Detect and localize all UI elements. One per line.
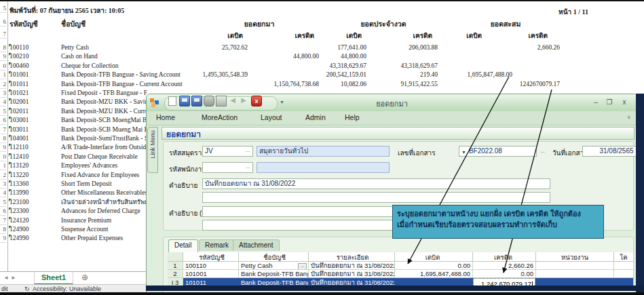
excel-row-number: 5: [0, 107, 6, 116]
description-field-2[interactable]: [202, 192, 550, 203]
tab-attachment[interactable]: Attachment: [233, 239, 280, 251]
annotation-note-line1: ระบุยอดยกมาตามหน้างบ แยกฝั่ง เดรบิต เครด…: [397, 208, 599, 219]
grid-cell-department[interactable]: [536, 262, 614, 270]
annotation-note: ระบุยอดยกมาตามหน้างบ แยกฝั่ง เดรบิต เครด…: [392, 205, 604, 239]
grid-cell-department[interactable]: [536, 270, 614, 278]
account-name-cell: Short Term Deposit: [61, 180, 112, 189]
window-bottom-band: [146, 286, 644, 291]
subheader-debit: เดบิต: [434, 31, 482, 41]
print-date-header: พิมพ์วันที่: 07 กันยายน 2565 เวลา: 10:05: [10, 5, 124, 16]
grid-cell-credit[interactable]: 2,660.26: [473, 262, 536, 270]
grid-row[interactable]: 2 101001 Bank Deposit-TFB Bangsue ... บั…: [168, 270, 633, 278]
prev-sheet-icon[interactable]: ◄: [3, 275, 9, 281]
excel-row-number: 8: [0, 225, 6, 234]
account-name-cell: Petty Cash: [61, 43, 89, 52]
account-name-cell: Other Prepaid Expenses: [61, 234, 123, 243]
cell-ellipsis-button[interactable]: ...: [298, 263, 307, 270]
account-code-cell: 102011: [10, 107, 29, 116]
grid-header-debit[interactable]: เดบิต: [395, 252, 473, 262]
close-button[interactable]: x: [618, 97, 630, 107]
grid-header-department[interactable]: หน่วยงาน: [536, 252, 614, 262]
grid-row-selector[interactable]: 2: [168, 270, 183, 278]
account-code-cell: 101021: [10, 89, 29, 98]
account-name-cell: Employees' Advances: [61, 161, 117, 170]
grid-header-account-name[interactable]: ชื่อบัญชี: [239, 252, 309, 262]
minimize-button[interactable]: –: [590, 97, 602, 107]
grid-row-selector[interactable]: 1: [168, 262, 183, 270]
link-menu-tab[interactable]: Link Menu: [147, 127, 158, 173]
grid-cell-debit[interactable]: 1,695,847,488.00: [395, 270, 473, 278]
subheader-debit: เดบิต: [195, 31, 243, 41]
document-no-lookup-button[interactable]: ...: [538, 146, 548, 157]
grid-corner: [168, 252, 183, 262]
dropdown-icon[interactable]: ▼: [461, 148, 466, 157]
menu-layout[interactable]: Layout: [261, 113, 282, 121]
excel-row-number: 8: [0, 134, 6, 143]
sheet-tab-bar: ◄ ► Sheet1 ⊕: [0, 271, 146, 285]
description-field[interactable]: บันทึกยอดยกมา ณ 31/08/2022: [202, 178, 550, 189]
grid-cell-credit[interactable]: 0.00: [473, 270, 536, 278]
grid-cell-clipped[interactable]: [614, 262, 633, 270]
excel-row-number: 2: [0, 171, 6, 180]
maximize-button[interactable]: ❐: [603, 97, 615, 107]
journal-name-field: สมุดรายวันทั่วไป: [257, 146, 390, 157]
journal-lookup-button[interactable]: ...: [244, 147, 252, 155]
window-title: ยอดยกมา: [147, 98, 637, 110]
grid-header-description[interactable]: รายละเอียด: [309, 252, 395, 262]
window-right-strip: [636, 94, 644, 292]
account-code-cell: 103011: [10, 125, 29, 134]
grid-header-clipped[interactable]: โค: [614, 252, 633, 262]
add-sheet-icon[interactable]: ⊕: [81, 273, 88, 282]
excel-row-number: 9: [0, 234, 6, 243]
grid-cell-account-code[interactable]: 101001: [183, 270, 239, 278]
excel-report-row: 2 101011 Bank Deposit-TFB Bangsue - Curr…: [0, 80, 644, 89]
grid-cell-debit[interactable]: 0.00: [395, 262, 473, 270]
employee-code-field[interactable]: ...: [202, 162, 253, 173]
grid-cell-account-code[interactable]: 100110: [183, 262, 239, 270]
document-date-field[interactable]: 31/08/2565: [582, 146, 644, 157]
column-header-name: ชื่อบัญชี: [61, 18, 86, 30]
grid-cell-description[interactable]: บันทึกยอดยกมา ณ 31/08/2022: [309, 270, 395, 278]
subheader-debit: เดบิต: [314, 31, 362, 41]
page-title-bar: ยอดยกมา: [162, 127, 634, 140]
link-menu-label: Link Menu: [149, 130, 156, 159]
grid-header-credit[interactable]: เครดิต: [473, 252, 536, 262]
employee-lookup-button[interactable]: ...: [244, 163, 252, 172]
tab-detail[interactable]: Detail: [168, 239, 198, 252]
menu-home[interactable]: Home: [156, 113, 175, 121]
account-name-cell: Fixed Advance for Employees: [61, 171, 139, 180]
menu-admin[interactable]: Admin: [305, 113, 326, 121]
broughtforward-debit-cell: 1,495,305,548.39: [156, 71, 248, 79]
grid-cell-description[interactable]: บันทึกยอดยกมา ณ 31/08/2022: [309, 262, 395, 270]
excel-report-row: 0 100460 Cheque for Collection 43,318,62…: [0, 62, 644, 71]
group-header-accumulated: ยอดสะสม: [458, 18, 553, 30]
sheet-tab-sheet1[interactable]: Sheet1: [34, 272, 73, 285]
grid-cell-account-name[interactable]: Bank Deposit-TFB Bangsue ...: [239, 270, 309, 278]
subheader-credit: เครดิต: [500, 31, 548, 41]
account-name-cell: Other Miscellaneous Receivables: [61, 189, 147, 197]
tab-remark[interactable]: Remark: [199, 239, 235, 251]
grid-header-account-code[interactable]: รหัสบัญชี: [183, 252, 239, 262]
menu-help[interactable]: Help: [345, 113, 360, 121]
excel-row-number: 5: [0, 4, 6, 13]
excel-row-number: 7: [0, 125, 6, 134]
account-name-cell: เงินจ่ายล่วงหน้าสำหรับสินทรัพย์ถ: [61, 198, 153, 207]
journal-code-field[interactable]: JV ...: [202, 146, 253, 157]
grid-header-row: รหัสบัญชี ชื่อบัญชี รายละเอียด เดบิต เคร…: [168, 252, 633, 262]
grid-cell-account-name[interactable]: Petty Cash...: [239, 262, 309, 270]
grid-row[interactable]: 1 100110 Petty Cash... บันทึกยอดยกมา ณ 3…: [168, 262, 633, 270]
menu-moreaction[interactable]: MoreAction: [202, 113, 238, 121]
account-code-cell: 100460: [10, 62, 29, 71]
grid-cell-clipped[interactable]: [614, 270, 633, 278]
excel-row-number: 0: [0, 153, 6, 161]
document-no-combo[interactable]: ▼ BF2022.08: [459, 146, 537, 157]
menu-chevron-icon[interactable]: »: [625, 115, 632, 119]
excel-row-number: 9: [0, 143, 6, 152]
window-title-bar[interactable]: ◀ ▶ x ▼ ยอดยกมา – ❐ x: [147, 94, 637, 111]
description-label: คำอธิบาย: [169, 180, 197, 191]
account-name-cell: Bank Deposit-SumiTrustBank - S: [61, 134, 148, 143]
next-sheet-icon[interactable]: ►: [11, 275, 16, 281]
account-code-cell: 124900: [10, 225, 29, 234]
accessibility-status[interactable]: Accessibility: Unavailable: [33, 286, 101, 292]
excel-row-number: 3: [0, 89, 6, 98]
